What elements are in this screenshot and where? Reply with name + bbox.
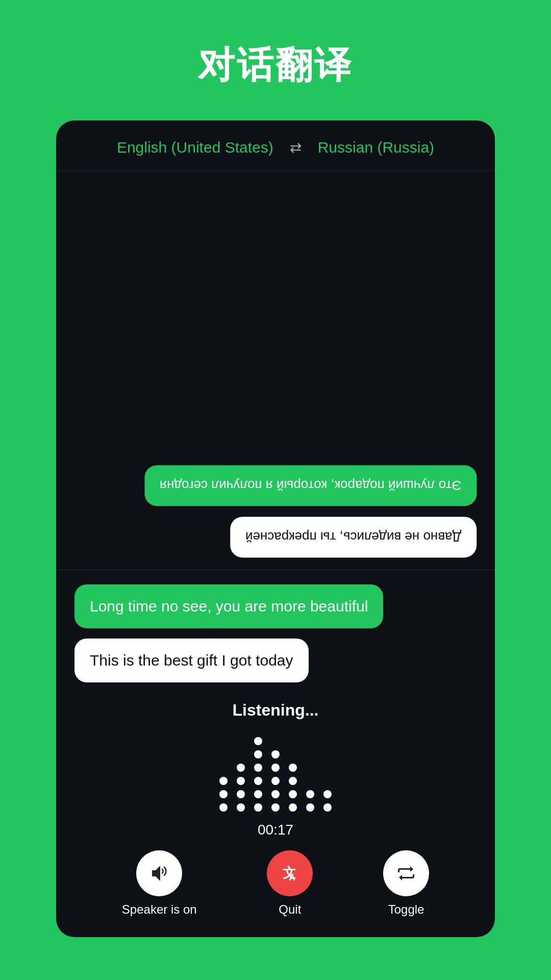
speaker-control[interactable]: Speaker is on xyxy=(122,850,197,917)
upper-section: Это лучший подарок, который я получил се… xyxy=(56,171,495,570)
dot xyxy=(219,803,228,812)
dot xyxy=(271,764,280,772)
speaker-icon-circle xyxy=(136,850,182,896)
quit-icon-circle: 文 A xyxy=(267,850,313,896)
dot xyxy=(323,803,332,812)
wave-col-2 xyxy=(237,764,245,812)
dot xyxy=(219,790,228,798)
dot xyxy=(237,764,245,772)
wave-col-6 xyxy=(306,790,314,812)
speaker-label: Speaker is on xyxy=(122,902,197,917)
dot xyxy=(219,777,228,785)
dot xyxy=(323,790,332,798)
wave-col-3 xyxy=(254,737,262,812)
dot xyxy=(237,803,245,812)
dot xyxy=(254,764,262,772)
listening-label: Listening... xyxy=(233,701,319,720)
wave-col-7 xyxy=(323,790,332,812)
timer: 00:17 xyxy=(258,822,293,838)
dot xyxy=(254,777,262,785)
dot xyxy=(271,790,280,798)
toggle-label: Toggle xyxy=(388,902,424,917)
flipped-white-bubble: Давно не виделись, ты прекрасней xyxy=(230,517,477,557)
toggle-icon xyxy=(395,862,417,885)
dot xyxy=(289,777,297,785)
dot xyxy=(289,803,297,812)
toggle-control[interactable]: Toggle xyxy=(383,850,429,917)
dot xyxy=(306,803,314,812)
dot xyxy=(254,750,262,758)
lang-right[interactable]: Russian (Russia) xyxy=(318,139,434,156)
lang-left[interactable]: English (United States) xyxy=(117,139,273,156)
wave-col-4 xyxy=(271,750,280,812)
bottom-controls: Speaker is on 文 A Quit Toggle xyxy=(56,838,495,937)
dot xyxy=(254,803,262,812)
dot xyxy=(271,750,280,758)
dot xyxy=(237,790,245,798)
dot xyxy=(271,777,280,785)
lower-section: Long time no see, you are more beautiful… xyxy=(56,570,495,682)
dot xyxy=(237,777,245,785)
dot xyxy=(289,790,297,798)
swap-icon[interactable]: ⇄ xyxy=(290,139,302,156)
white-bubble: This is the best gift I got today xyxy=(74,639,309,682)
toggle-icon-circle xyxy=(383,850,429,896)
quit-label: Quit xyxy=(279,902,301,917)
dot xyxy=(254,790,262,798)
main-card: English (United States) ⇄ Russian (Russi… xyxy=(56,120,495,937)
speaker-icon xyxy=(148,862,170,885)
translate-icon: 文 A xyxy=(279,862,301,885)
svg-text:A: A xyxy=(289,872,295,883)
dot xyxy=(289,764,297,772)
waveform xyxy=(77,730,474,812)
wave-col-5 xyxy=(289,764,297,812)
flipped-green-bubble: Это лучший подарок, который я получил се… xyxy=(144,465,477,506)
dot xyxy=(306,790,314,798)
dot xyxy=(254,737,262,745)
listening-section: Listening... xyxy=(56,682,495,838)
wave-col-1 xyxy=(219,777,228,812)
language-bar: English (United States) ⇄ Russian (Russi… xyxy=(56,120,495,171)
dot xyxy=(271,803,280,812)
app-title: 对话翻译 xyxy=(198,41,353,90)
green-bubble: Long time no see, you are more beautiful xyxy=(74,584,383,628)
quit-control[interactable]: 文 A Quit xyxy=(267,850,313,917)
